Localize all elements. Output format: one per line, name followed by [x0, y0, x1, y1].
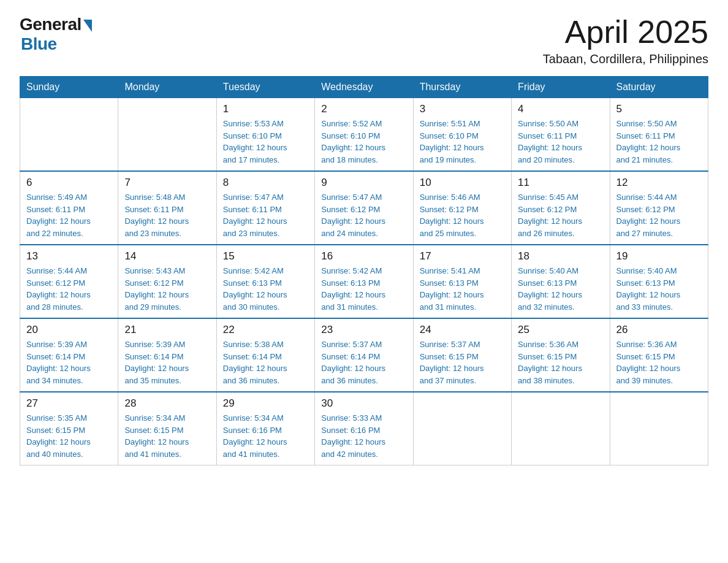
table-row: 15Sunrise: 5:42 AM Sunset: 6:13 PM Dayli…	[216, 245, 314, 318]
day-number: 26	[616, 324, 702, 336]
day-info: Sunrise: 5:51 AM Sunset: 6:10 PM Dayligh…	[420, 118, 505, 166]
day-number: 8	[223, 177, 308, 189]
day-number: 20	[26, 324, 112, 336]
table-row	[20, 98, 118, 172]
day-info: Sunrise: 5:34 AM Sunset: 6:15 PM Dayligh…	[124, 412, 210, 460]
day-info: Sunrise: 5:46 AM Sunset: 6:12 PM Dayligh…	[420, 191, 505, 239]
table-row: 4Sunrise: 5:50 AM Sunset: 6:11 PM Daylig…	[512, 98, 610, 172]
table-row: 22Sunrise: 5:38 AM Sunset: 6:14 PM Dayli…	[216, 318, 314, 392]
calendar-location: Tabaan, Cordillera, Philippines	[543, 52, 708, 66]
table-row: 2Sunrise: 5:52 AM Sunset: 6:10 PM Daylig…	[315, 98, 413, 172]
calendar-week-row: 13Sunrise: 5:44 AM Sunset: 6:12 PM Dayli…	[20, 245, 708, 318]
table-row: 12Sunrise: 5:44 AM Sunset: 6:12 PM Dayli…	[610, 171, 708, 245]
logo-general-text: General	[20, 15, 82, 34]
table-row: 21Sunrise: 5:39 AM Sunset: 6:14 PM Dayli…	[118, 318, 216, 392]
header-wednesday: Wednesday	[315, 77, 413, 98]
day-info: Sunrise: 5:49 AM Sunset: 6:11 PM Dayligh…	[26, 191, 112, 239]
day-number: 3	[420, 103, 505, 115]
table-row: 14Sunrise: 5:43 AM Sunset: 6:12 PM Dayli…	[118, 245, 216, 318]
day-info: Sunrise: 5:43 AM Sunset: 6:12 PM Dayligh…	[124, 265, 210, 313]
table-row: 25Sunrise: 5:36 AM Sunset: 6:15 PM Dayli…	[512, 318, 610, 392]
table-row: 18Sunrise: 5:40 AM Sunset: 6:13 PM Dayli…	[512, 245, 610, 318]
header-sunday: Sunday	[20, 77, 118, 98]
table-row	[610, 392, 708, 465]
day-info: Sunrise: 5:47 AM Sunset: 6:11 PM Dayligh…	[223, 191, 308, 239]
day-number: 17	[420, 250, 505, 262]
day-number: 23	[321, 324, 406, 336]
day-info: Sunrise: 5:47 AM Sunset: 6:12 PM Dayligh…	[321, 191, 406, 239]
day-number: 15	[223, 250, 308, 262]
day-info: Sunrise: 5:52 AM Sunset: 6:10 PM Dayligh…	[321, 118, 406, 166]
day-number: 16	[321, 250, 406, 262]
table-row: 26Sunrise: 5:36 AM Sunset: 6:15 PM Dayli…	[610, 318, 708, 392]
table-row: 11Sunrise: 5:45 AM Sunset: 6:12 PM Dayli…	[512, 171, 610, 245]
day-info: Sunrise: 5:53 AM Sunset: 6:10 PM Dayligh…	[223, 118, 308, 166]
day-number: 5	[616, 103, 702, 115]
day-info: Sunrise: 5:37 AM Sunset: 6:14 PM Dayligh…	[321, 339, 406, 386]
day-number: 30	[321, 397, 406, 410]
day-number: 6	[26, 177, 112, 189]
day-info: Sunrise: 5:44 AM Sunset: 6:12 PM Dayligh…	[26, 265, 112, 313]
day-info: Sunrise: 5:41 AM Sunset: 6:13 PM Dayligh…	[420, 265, 505, 313]
calendar-week-row: 27Sunrise: 5:35 AM Sunset: 6:15 PM Dayli…	[20, 392, 708, 465]
day-number: 1	[223, 103, 308, 115]
header-friday: Friday	[512, 77, 610, 98]
table-row: 19Sunrise: 5:40 AM Sunset: 6:13 PM Dayli…	[610, 245, 708, 318]
logo-triangle-icon	[83, 20, 92, 32]
day-info: Sunrise: 5:35 AM Sunset: 6:15 PM Dayligh…	[26, 412, 112, 460]
table-row: 1Sunrise: 5:53 AM Sunset: 6:10 PM Daylig…	[216, 98, 314, 172]
day-number: 18	[518, 250, 603, 262]
day-info: Sunrise: 5:45 AM Sunset: 6:12 PM Dayligh…	[518, 191, 603, 239]
day-info: Sunrise: 5:50 AM Sunset: 6:11 PM Dayligh…	[518, 118, 603, 166]
day-number: 21	[124, 324, 210, 336]
day-info: Sunrise: 5:42 AM Sunset: 6:13 PM Dayligh…	[321, 265, 406, 313]
day-number: 11	[518, 177, 603, 189]
day-number: 10	[420, 177, 505, 189]
table-row: 6Sunrise: 5:49 AM Sunset: 6:11 PM Daylig…	[20, 171, 118, 245]
day-number: 25	[518, 324, 603, 336]
table-row: 10Sunrise: 5:46 AM Sunset: 6:12 PM Dayli…	[413, 171, 511, 245]
day-number: 14	[124, 250, 210, 262]
calendar-title: April 2025	[543, 15, 708, 50]
table-row: 24Sunrise: 5:37 AM Sunset: 6:15 PM Dayli…	[413, 318, 511, 392]
calendar-week-row: 20Sunrise: 5:39 AM Sunset: 6:14 PM Dayli…	[20, 318, 708, 392]
header-thursday: Thursday	[413, 77, 511, 98]
day-info: Sunrise: 5:36 AM Sunset: 6:15 PM Dayligh…	[518, 339, 603, 386]
table-row: 5Sunrise: 5:50 AM Sunset: 6:11 PM Daylig…	[610, 98, 708, 172]
day-number: 27	[26, 397, 112, 410]
table-row: 17Sunrise: 5:41 AM Sunset: 6:13 PM Dayli…	[413, 245, 511, 318]
calendar-week-row: 6Sunrise: 5:49 AM Sunset: 6:11 PM Daylig…	[20, 171, 708, 245]
day-info: Sunrise: 5:34 AM Sunset: 6:16 PM Dayligh…	[223, 412, 308, 460]
day-number: 2	[321, 103, 406, 115]
table-row: 7Sunrise: 5:48 AM Sunset: 6:11 PM Daylig…	[118, 171, 216, 245]
header-saturday: Saturday	[610, 77, 708, 98]
table-row: 3Sunrise: 5:51 AM Sunset: 6:10 PM Daylig…	[413, 98, 511, 172]
day-number: 29	[223, 397, 308, 410]
header-monday: Monday	[118, 77, 216, 98]
day-number: 22	[223, 324, 308, 336]
page-header: General Blue April 2025 Tabaan, Cordille…	[20, 15, 708, 66]
day-number: 28	[124, 397, 210, 410]
day-info: Sunrise: 5:37 AM Sunset: 6:15 PM Dayligh…	[420, 339, 505, 386]
day-info: Sunrise: 5:48 AM Sunset: 6:11 PM Dayligh…	[124, 191, 210, 239]
table-row	[118, 98, 216, 172]
day-info: Sunrise: 5:40 AM Sunset: 6:13 PM Dayligh…	[616, 265, 702, 313]
table-row: 13Sunrise: 5:44 AM Sunset: 6:12 PM Dayli…	[20, 245, 118, 318]
calendar-week-row: 1Sunrise: 5:53 AM Sunset: 6:10 PM Daylig…	[20, 98, 708, 172]
header-tuesday: Tuesday	[216, 77, 314, 98]
day-info: Sunrise: 5:39 AM Sunset: 6:14 PM Dayligh…	[26, 339, 112, 386]
day-info: Sunrise: 5:50 AM Sunset: 6:11 PM Dayligh…	[616, 118, 702, 166]
table-row: 8Sunrise: 5:47 AM Sunset: 6:11 PM Daylig…	[216, 171, 314, 245]
table-row: 28Sunrise: 5:34 AM Sunset: 6:15 PM Dayli…	[118, 392, 216, 465]
day-number: 19	[616, 250, 702, 262]
day-info: Sunrise: 5:42 AM Sunset: 6:13 PM Dayligh…	[223, 265, 308, 313]
day-number: 4	[518, 103, 603, 115]
table-row: 20Sunrise: 5:39 AM Sunset: 6:14 PM Dayli…	[20, 318, 118, 392]
day-number: 12	[616, 177, 702, 189]
table-row	[413, 392, 511, 465]
day-info: Sunrise: 5:40 AM Sunset: 6:13 PM Dayligh…	[518, 265, 603, 313]
day-info: Sunrise: 5:36 AM Sunset: 6:15 PM Dayligh…	[616, 339, 702, 386]
logo: General Blue	[20, 15, 92, 54]
table-row: 23Sunrise: 5:37 AM Sunset: 6:14 PM Dayli…	[315, 318, 413, 392]
day-info: Sunrise: 5:38 AM Sunset: 6:14 PM Dayligh…	[223, 339, 308, 386]
